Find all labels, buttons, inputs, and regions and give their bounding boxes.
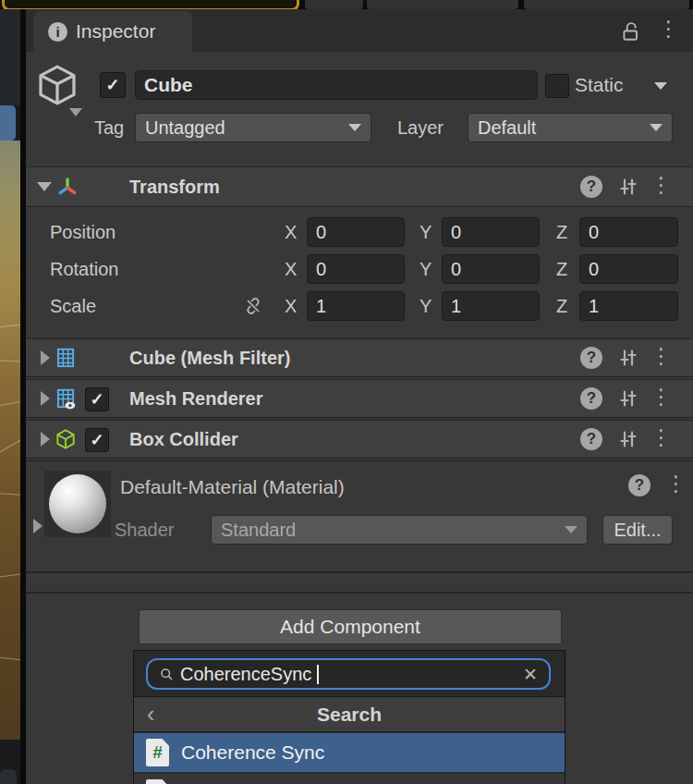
wireframe-line [0, 360, 20, 362]
toolbar-button[interactable] [305, 0, 363, 9]
link-broken-icon[interactable] [242, 295, 264, 317]
mesh-filter-icon [54, 346, 78, 370]
layer-value: Default [478, 117, 536, 139]
back-chevron-icon[interactable]: ‹ [147, 701, 154, 728]
axis-field-position-x[interactable]: 0 [307, 217, 405, 247]
component-header-box-collider[interactable]: ✓ Box Collider ? ⋮ [26, 420, 693, 459]
component-title: Transform [129, 168, 220, 205]
tab-label: Inspector [76, 20, 155, 43]
help-icon[interactable]: ? [628, 474, 650, 496]
tag-label: Tag [94, 113, 124, 142]
search-result-partial[interactable]: # Coherence Sync Baked [134, 774, 565, 784]
search-query: CoherenceSync [180, 664, 311, 685]
axis-label[interactable]: X [285, 254, 297, 284]
help-icon[interactable]: ? [580, 387, 602, 410]
active-checkbox[interactable]: ✓ [100, 72, 126, 98]
foldout-closed-icon[interactable] [41, 432, 50, 447]
material-preview[interactable] [44, 471, 111, 537]
edit-button[interactable]: Edit... [602, 515, 673, 545]
axis-field-rotation-y[interactable]: 0 [442, 254, 540, 284]
shader-label: Shader [115, 515, 175, 545]
kebab-menu-icon[interactable]: ⋮ [658, 19, 679, 38]
kebab-menu-icon[interactable]: ⋮ [650, 176, 672, 194]
section-divider [26, 571, 693, 573]
name-field[interactable]: Cube [135, 70, 538, 100]
axis-field-scale-x[interactable]: 1 [307, 291, 405, 321]
tag-value: Untagged [145, 117, 225, 139]
static-checkbox[interactable] [545, 74, 569, 98]
kebab-menu-icon[interactable]: ⋮ [650, 428, 672, 447]
help-icon[interactable]: ? [580, 176, 602, 198]
edit-button-label: Edit... [614, 520, 661, 541]
foldout-closed-icon[interactable] [41, 391, 50, 406]
axis-field-rotation-z[interactable]: 0 [579, 254, 678, 284]
foldout-closed-icon[interactable] [33, 519, 43, 533]
foldout-open-icon[interactable] [37, 182, 52, 191]
axis-label[interactable]: Z [556, 291, 567, 321]
shader-value: Standard [221, 520, 296, 541]
toolbar-highlighted-control[interactable] [2, 0, 299, 9]
csharp-script-icon: # [146, 739, 169, 766]
axis-field-rotation-x[interactable]: 0 [307, 254, 405, 284]
mesh-renderer-icon [54, 386, 78, 410]
presets-icon[interactable] [617, 176, 639, 198]
component-header-mesh-renderer[interactable]: ✓ Mesh Renderer ? ⋮ [26, 379, 693, 418]
gameobject-cube-icon[interactable] [33, 61, 81, 109]
kebab-menu-icon[interactable]: ⋮ [650, 387, 672, 406]
tag-dropdown[interactable]: Untagged [135, 113, 371, 142]
clear-icon[interactable]: ✕ [523, 664, 538, 685]
hierarchy-selection-chip[interactable] [0, 105, 16, 141]
tab-inspector[interactable]: i Inspector [33, 11, 192, 52]
presets-icon[interactable] [617, 428, 639, 450]
foldout-closed-icon[interactable] [41, 350, 50, 365]
info-icon: i [48, 22, 67, 42]
material-sphere [49, 474, 106, 533]
search-header-title: Search [317, 704, 382, 726]
transform-header: Transform ? ⋮ [26, 166, 693, 207]
axis-label[interactable]: Z [556, 217, 567, 247]
material-title: Default-Material (Material) [120, 474, 345, 500]
shader-dropdown[interactable]: Standard [211, 515, 588, 545]
add-component-button[interactable]: Add Component [139, 609, 562, 644]
wireframe-line [0, 656, 20, 660]
panel-corner [0, 769, 17, 784]
help-icon[interactable]: ? [580, 347, 602, 369]
gameobject-icon-dropdown[interactable] [69, 108, 82, 116]
component-header-mesh-filter[interactable]: Cube (Mesh Filter) ? ⋮ [26, 338, 693, 377]
search-input[interactable]: CoherenceSync ✕ [146, 658, 551, 690]
result-label: Coherence Sync [181, 741, 324, 764]
axis-field-position-y[interactable]: 0 [442, 217, 540, 247]
axis-field-scale-z[interactable]: 1 [579, 291, 678, 321]
presets-icon[interactable] [617, 347, 639, 369]
search-nav-header: ‹ Search [134, 696, 565, 732]
row-label: Scale [50, 291, 96, 321]
component-checkbox[interactable]: ✓ [85, 428, 109, 452]
static-dropdown-icon[interactable] [654, 82, 667, 90]
kebab-menu-icon[interactable]: ⋮ [665, 474, 687, 493]
material-section: Default-Material (Material) ? ⋮ Shader S… [26, 460, 693, 572]
search-result-coherence-sync[interactable]: # Coherence Sync [134, 733, 565, 772]
axis-label[interactable]: Z [556, 254, 567, 284]
layer-label: Layer [397, 113, 444, 142]
component-checkbox[interactable]: ✓ [85, 387, 109, 411]
component-title: Box Collider [129, 421, 238, 458]
axis-field-position-z[interactable]: 0 [579, 217, 678, 247]
axis-label[interactable]: Y [419, 291, 432, 321]
inspector-panel: i Inspector ⋮ ✓ Cube Static Tag Untag [26, 9, 693, 784]
kebab-menu-icon[interactable]: ⋮ [650, 347, 672, 365]
axis-label[interactable]: Y [419, 254, 432, 284]
toolbar-button[interactable] [367, 0, 518, 9]
component-search-popup: CoherenceSync ✕ ‹ Search # Coherence Syn… [133, 650, 565, 784]
toolbar-button[interactable] [524, 0, 689, 9]
transform-icon [55, 175, 79, 199]
row-label: Position [50, 217, 116, 247]
axis-label[interactable]: Y [419, 217, 432, 247]
presets-icon[interactable] [617, 387, 639, 410]
axis-field-scale-y[interactable]: 1 [442, 291, 540, 321]
help-icon[interactable]: ? [580, 428, 602, 450]
inspector-tabbar: i Inspector ⋮ [26, 9, 693, 52]
layer-dropdown[interactable]: Default [468, 113, 673, 142]
unlock-icon[interactable] [619, 19, 643, 43]
axis-label[interactable]: X [285, 291, 297, 321]
axis-label[interactable]: X [285, 217, 297, 247]
